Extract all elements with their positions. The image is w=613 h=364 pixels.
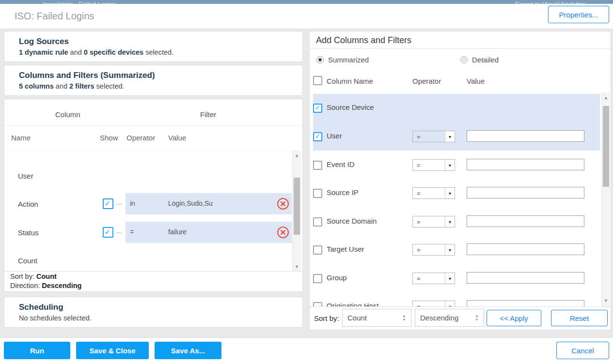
- column-group-header: Column: [55, 110, 80, 119]
- column-label: Source IP: [327, 188, 359, 197]
- column-checkbox[interactable]: [313, 189, 322, 198]
- column-label: Source Domain: [327, 217, 377, 225]
- save-as-button[interactable]: Save As...: [155, 342, 221, 359]
- filter-operator: =: [130, 228, 134, 236]
- available-columns-header-row: Column Name Operator Value: [310, 76, 611, 88]
- right-list-scrollbar[interactable]: [601, 92, 610, 307]
- header-divider: [4, 125, 302, 126]
- operator-value: =: [413, 190, 445, 197]
- filter-chip[interactable]: in Login,Sudo,Su: [126, 193, 292, 214]
- remove-filter-icon[interactable]: [277, 197, 289, 210]
- value-column-header: Value: [168, 134, 186, 142]
- scroll-up-icon[interactable]: [293, 152, 301, 159]
- scroll-down-icon[interactable]: [293, 263, 301, 270]
- operator-select[interactable]: =: [412, 273, 455, 284]
- reset-button[interactable]: Reset: [551, 310, 608, 326]
- operator-value: =: [413, 133, 445, 140]
- list-item[interactable]: Source IP =: [310, 184, 611, 202]
- log-sources-card[interactable]: Log Sources 1 dynamic rule and 0 specifi…: [4, 31, 303, 62]
- spinner-icon[interactable]: [475, 314, 479, 321]
- chevron-down-icon[interactable]: [445, 131, 455, 142]
- value-input[interactable]: [467, 159, 584, 170]
- value-input[interactable]: [467, 187, 584, 198]
- sort-field-select[interactable]: Count: [342, 309, 411, 327]
- operator-value: =: [413, 275, 445, 282]
- sort-direction-select[interactable]: Descending: [415, 309, 484, 327]
- spinner-icon[interactable]: [402, 314, 406, 321]
- list-item[interactable]: Source Domain =: [310, 213, 611, 230]
- row-options-ellipsis-icon[interactable]: [116, 229, 123, 236]
- list-item[interactable]: Target User =: [310, 241, 611, 258]
- dialog-footer: Run Save & Close Save As... Cancel: [0, 337, 613, 364]
- show-checkbox[interactable]: [103, 227, 113, 238]
- operator-column-header: Operator: [126, 134, 155, 142]
- column-label: User: [327, 132, 342, 140]
- operator-select[interactable]: =: [412, 159, 455, 171]
- value-input[interactable]: [467, 272, 584, 284]
- detailed-radio[interactable]: Detailed: [460, 56, 499, 64]
- save-close-button[interactable]: Save & Close: [76, 342, 149, 359]
- summary-joiner: and: [54, 82, 69, 90]
- column-checkbox[interactable]: [313, 217, 322, 227]
- list-item[interactable]: User =: [310, 128, 611, 145]
- column-checkbox[interactable]: [313, 245, 322, 255]
- column-row-label: Count: [18, 257, 37, 265]
- operator-value: =: [413, 218, 445, 226]
- list-item[interactable]: Group =: [310, 270, 611, 287]
- operator-select[interactable]: =: [412, 244, 455, 256]
- value-input[interactable]: [467, 215, 584, 227]
- cancel-button[interactable]: Cancel: [556, 342, 609, 359]
- left-table-scrollbar[interactable]: [292, 151, 301, 271]
- specific-devices-count: 0 specific devices: [84, 48, 143, 56]
- show-checkbox[interactable]: [103, 198, 113, 209]
- direction-value: Descending: [42, 282, 81, 289]
- dynamic-rule-count: 1 dynamic rule: [19, 48, 68, 56]
- column-name-header: Column Name: [327, 77, 373, 85]
- filter-group-header: Filter: [200, 110, 216, 119]
- background-link-fragment: Export to Visual Analytics: [515, 0, 586, 4]
- sort-by-label: Sort by:: [10, 273, 36, 280]
- remove-filter-icon[interactable]: [277, 226, 289, 239]
- column-row-label: User: [18, 172, 33, 180]
- chevron-down-icon[interactable]: [445, 244, 455, 255]
- scrollbar-thumb[interactable]: [294, 178, 300, 235]
- list-item[interactable]: Source Device: [310, 99, 611, 117]
- value-input[interactable]: [467, 300, 584, 307]
- chevron-down-icon[interactable]: [445, 216, 455, 227]
- sort-direction-value: Descending: [420, 314, 458, 322]
- properties-button[interactable]: Properties...: [548, 6, 609, 23]
- operator-select[interactable]: =: [412, 187, 455, 199]
- sort-by-label: Sort by:: [314, 314, 339, 322]
- chevron-down-icon[interactable]: [445, 160, 455, 170]
- column-checkbox[interactable]: [313, 104, 322, 113]
- summarized-radio[interactable]: Summarized: [316, 56, 369, 64]
- column-checkbox[interactable]: [313, 161, 322, 170]
- column-checkbox[interactable]: [313, 274, 322, 283]
- apply-button[interactable]: << Apply: [487, 310, 541, 326]
- scroll-down-icon[interactable]: [602, 297, 610, 304]
- list-item[interactable]: Event ID =: [310, 156, 611, 174]
- row-options-ellipsis-icon[interactable]: [116, 200, 123, 208]
- chevron-down-icon[interactable]: [445, 188, 455, 198]
- scheduling-card[interactable]: Scheduling No schedules selected.: [4, 297, 303, 328]
- chevron-down-icon[interactable]: [445, 273, 455, 284]
- filter-chip[interactable]: = failure: [126, 222, 292, 243]
- report-builder-dialog: Investigate - Failed Logins Export to Vi…: [0, 0, 613, 364]
- mode-radio-group: Summarized Detailed: [310, 56, 611, 66]
- operator-select[interactable]: =: [412, 131, 455, 142]
- run-button[interactable]: Run: [4, 342, 70, 359]
- radio-unselected-icon[interactable]: [460, 56, 468, 63]
- list-item[interactable]: Originating Host =: [310, 298, 611, 307]
- operator-select[interactable]: =: [412, 216, 455, 228]
- value-input[interactable]: [467, 130, 584, 142]
- scrollbar-thumb[interactable]: [603, 106, 609, 187]
- summary-suffix: selected.: [143, 48, 173, 56]
- select-all-checkbox[interactable]: [313, 76, 322, 85]
- column-checkbox[interactable]: [313, 132, 322, 141]
- log-sources-title: Log Sources: [4, 31, 302, 46]
- scroll-up-icon[interactable]: [602, 94, 610, 101]
- value-input[interactable]: [467, 243, 584, 255]
- columns-filters-card[interactable]: Columns and Filters (Summarized) 5 colum…: [4, 65, 303, 96]
- sort-field-value: Count: [347, 314, 367, 322]
- radio-selected-icon[interactable]: [316, 56, 324, 63]
